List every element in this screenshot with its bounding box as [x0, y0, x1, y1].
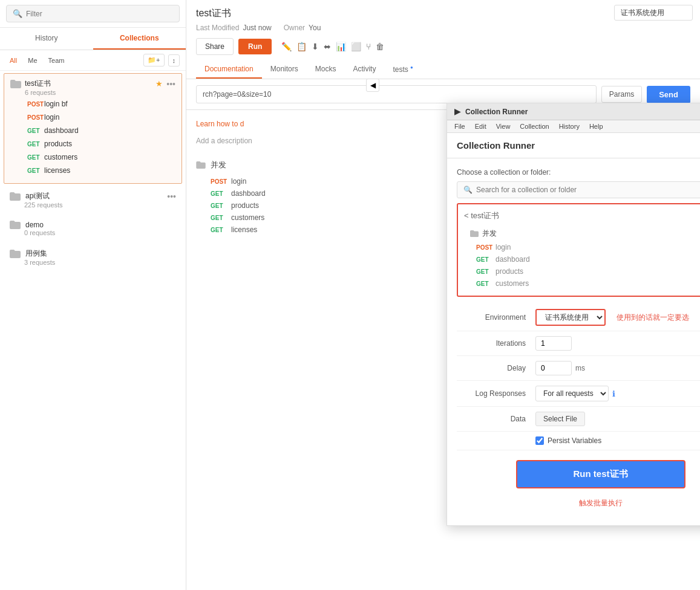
params-button[interactable]: Params [601, 86, 642, 103]
edit-icon[interactable]: ✏️ [281, 42, 292, 51]
mock-icon[interactable]: ⬜ [351, 42, 361, 51]
environment-select[interactable]: 证书系统使用 [535, 309, 606, 326]
info-icon[interactable]: ℹ [612, 389, 615, 398]
star-icon[interactable]: ★ [155, 79, 163, 88]
meta-row: Last Modified Just now Owner You [196, 24, 690, 32]
method-get: GET [211, 215, 227, 221]
method-badge-post: POST [27, 101, 44, 108]
picker-req-login[interactable]: POST login [464, 241, 700, 253]
info-tab-activity[interactable]: Activity [344, 61, 384, 79]
fork-icon[interactable]: ⑂ [366, 42, 371, 51]
log-select[interactable]: For all requests [535, 386, 609, 401]
ms-label: ms [575, 364, 585, 372]
info-tab-tests[interactable]: tests ● [384, 61, 422, 79]
url-input[interactable] [196, 85, 597, 103]
runner-left: Choose a collection or folder: 🔍 < test证… [447, 158, 700, 525]
run-section: Run test证书 触发批量执行 [457, 460, 700, 508]
filter-input[interactable] [26, 10, 173, 18]
subfolder-bingfa[interactable]: 并发 [464, 226, 700, 241]
sidebar-tabs: History Collections [0, 28, 186, 50]
persist-label: Persist Variables [548, 436, 601, 445]
method-post: POST [211, 178, 227, 185]
monitor-icon[interactable]: 📊 [336, 42, 346, 51]
info-tab-monitors[interactable]: Monitors [262, 61, 307, 79]
folder-icon [10, 250, 21, 258]
method-post: POST [476, 244, 492, 251]
sidebar-collapse-btn[interactable]: ◀ [366, 79, 379, 92]
run-collection-btn[interactable]: Run test证书 [516, 460, 685, 488]
collection-sub-yongli: 3 requests [24, 259, 176, 266]
menu-edit[interactable]: Edit [475, 123, 486, 130]
info-tab-mocks[interactable]: Mocks [307, 61, 345, 79]
menu-help[interactable]: Help [589, 123, 603, 130]
learn-link[interactable]: Learn how to d [196, 120, 244, 128]
menu-file[interactable]: File [454, 123, 465, 130]
menu-view[interactable]: View [496, 123, 511, 130]
iterations-input[interactable] [535, 336, 572, 351]
send-button[interactable]: Send [647, 86, 690, 103]
top-right-input[interactable] [614, 5, 693, 21]
info-tab-documentation[interactable]: Documentation [196, 61, 262, 79]
method-get: GET [476, 268, 492, 275]
merge-icon[interactable]: ⬌ [324, 42, 331, 51]
filter-me[interactable]: Me [24, 56, 41, 65]
tab-history[interactable]: History [0, 28, 93, 50]
req-name: licenses [231, 225, 257, 234]
share-button[interactable]: Share [196, 38, 234, 55]
req-licenses[interactable]: GET licenses [10, 164, 175, 177]
req-dashboard[interactable]: GET dashboard [10, 124, 175, 137]
search-collection-bar: 🔍 [457, 181, 700, 198]
collection-item-yongli[interactable]: 用例集 3 requests [4, 244, 182, 271]
req-name: customers [231, 213, 264, 222]
sub-collection-name: 并发 [211, 160, 226, 170]
menu-collection[interactable]: Collection [520, 123, 549, 130]
runner-menu-bar: File Edit View Collection History Help [447, 120, 700, 133]
owner-value: You [309, 24, 321, 32]
add-description-link[interactable]: Add a description [196, 137, 252, 145]
method-badge-post: POST [27, 114, 44, 121]
collection-name-test: test证书 [25, 79, 152, 89]
req-name: dashboard [44, 126, 79, 135]
persist-checkbox[interactable] [535, 436, 544, 445]
delay-input[interactable] [535, 361, 572, 375]
copy-icon[interactable]: 📋 [296, 42, 307, 51]
picker-req-customers[interactable]: GET customers [464, 277, 700, 290]
menu-history[interactable]: History [559, 123, 580, 130]
new-collection-btn[interactable]: 📁+ [143, 54, 164, 66]
collection-list: test证书 ★ ••• 6 requests POST login bf PO… [0, 71, 186, 590]
req-login-bf[interactable]: POST login bf [10, 97, 175, 111]
picker-req-products[interactable]: GET products [464, 265, 700, 277]
picker-req-dashboard[interactable]: GET dashboard [464, 253, 700, 265]
req-name: products [231, 201, 259, 210]
req-products[interactable]: GET products [10, 137, 175, 151]
tab-collections[interactable]: Collections [93, 28, 186, 50]
run-button[interactable]: Run [238, 39, 272, 54]
req-name: customers [496, 279, 529, 288]
action-row: Share Run ✏️ 📋 ⬇ ⬌ 📊 ⬜ ⑂ 🗑 [196, 38, 690, 55]
collection-item-demo[interactable]: demo 0 requests [4, 216, 182, 241]
collection-item-api[interactable]: api测试 ••• 225 requests [4, 186, 182, 213]
method-get: GET [476, 280, 492, 287]
req-name: dashboard [231, 189, 266, 198]
req-name: products [496, 267, 523, 276]
picker-header: < test证书 [464, 210, 700, 221]
filter-team[interactable]: Team [45, 56, 68, 65]
picker-back-btn[interactable]: < test证书 [464, 210, 499, 221]
subfolder-icon [196, 161, 206, 169]
delete-icon[interactable]: 🗑 [376, 42, 384, 51]
method-badge-get: GET [27, 154, 44, 161]
delay-row: Delay ms [457, 356, 700, 381]
more-icon[interactable]: ••• [167, 192, 176, 201]
req-customers[interactable]: GET customers [10, 151, 175, 164]
method-get: GET [476, 256, 492, 263]
req-name: products [44, 140, 72, 148]
search-collection-input[interactable] [476, 186, 700, 194]
filter-all[interactable]: All [6, 56, 21, 65]
sort-btn[interactable]: ↕ [168, 54, 180, 66]
req-login[interactable]: POST login [10, 111, 175, 124]
download-icon[interactable]: ⬇ [312, 42, 319, 51]
collection-item-test[interactable]: test证书 ★ ••• 6 requests POST login bf PO… [4, 73, 182, 184]
req-name: dashboard [496, 255, 530, 264]
more-icon[interactable]: ••• [166, 79, 175, 89]
select-file-btn[interactable]: Select File [535, 412, 585, 426]
